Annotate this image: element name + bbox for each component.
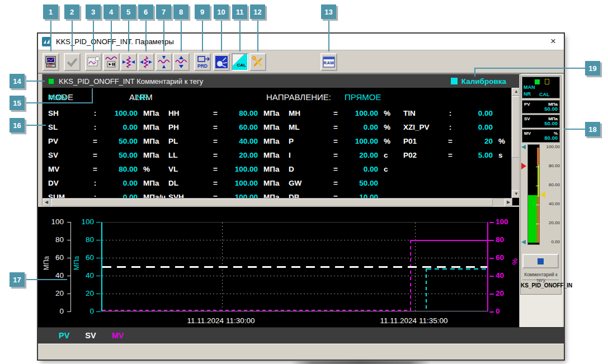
param-label: VL	[168, 163, 209, 176]
param-value: 0.00	[342, 121, 378, 134]
compress-time-button[interactable]	[120, 53, 137, 71]
calibration-indicator: Калибровка	[451, 77, 506, 86]
param-value: 80.00	[222, 107, 258, 120]
y-tick: 20	[47, 289, 64, 297]
param-value: 50.00	[102, 149, 138, 162]
param-value: 60.00	[222, 121, 258, 134]
param-label: SH	[48, 107, 88, 120]
gauge-scale-label: 0.00	[541, 239, 560, 244]
tools-settings-button[interactable]	[249, 53, 266, 71]
tag-header: KKS_PID_ONOFF_INT Комментарий к тегу Кал…	[43, 74, 521, 88]
callout-6: 6	[138, 4, 153, 19]
pv-series-step	[426, 268, 427, 311]
faceplate-pv-box: PV МПа 50.00	[522, 100, 560, 114]
y-tick: 0	[47, 307, 64, 315]
faceplate-status-box: MAN NR CAL	[522, 77, 560, 98]
param-row: DV:0.00МПа DL=100.00МПа GW=50.00	[43, 177, 521, 190]
callout-16: 16	[10, 118, 25, 133]
mode-status-row: MODE=MAN ALRM : NR НАПРАВЛЕНИЕ: ПРЯМОЕ	[43, 92, 521, 105]
checkmark-icon	[65, 55, 79, 69]
faceplate-tag-name: KS_PID_ONOFF_IN	[521, 282, 561, 289]
y-tick-right: 80	[496, 235, 513, 244]
status-bar	[38, 343, 564, 358]
tools-icon	[251, 55, 265, 69]
gridline-20	[102, 294, 487, 294]
gauge-scale-label: 20.00	[541, 220, 560, 225]
status-ok-indicator	[535, 79, 540, 84]
faceplate-mv-box: MV % 80.00	[522, 129, 560, 143]
close-button[interactable]: ×	[550, 36, 556, 47]
upper-slider-icon[interactable]	[521, 145, 526, 149]
setpoint-pointer-icon[interactable]	[521, 163, 526, 169]
param-row: MV=80.00% VL=100.00МПа D=0.00c	[43, 163, 521, 176]
tag-title: KKS_PID_ONOFF_INT Комментарий к тегу	[59, 77, 203, 86]
faceplate-sidebar: MAN NR CAL PV МПа 50.00 SV МПа 50.00 MV …	[519, 74, 563, 327]
y-tick-right: 20	[496, 289, 513, 297]
x-tick-label: 11.11.2024 11:35:00	[380, 316, 448, 325]
faceplate-pv-value: 50.00	[544, 106, 558, 112]
title-bar[interactable]: KKS_PID_ONOFF_INT. Параметры ×	[38, 34, 564, 50]
status-ok-indicator	[48, 78, 54, 84]
lower-slider-icon[interactable]	[521, 240, 526, 244]
confirm-button[interactable]	[64, 53, 81, 71]
prd-icon	[197, 55, 210, 63]
param-value: 0.00	[457, 121, 493, 134]
scroll-left-icon[interactable]: ◀	[43, 198, 50, 206]
raw-label: RAW	[322, 60, 336, 65]
legend-pv[interactable]: PV	[59, 331, 69, 340]
plot-area[interactable]	[101, 222, 488, 311]
y-tick: 40	[78, 271, 94, 280]
chart-legend: PV SV MV	[38, 327, 564, 343]
prd-button[interactable]: PRD	[194, 53, 211, 71]
param-value: 100.00	[222, 163, 258, 176]
expand-time-button[interactable]	[138, 53, 154, 71]
callout-4: 4	[103, 4, 119, 19]
param-label: TIN	[403, 107, 444, 120]
param-label: DL	[168, 177, 209, 190]
stop-square-icon	[538, 258, 544, 264]
trend-run-pause-button[interactable]	[103, 53, 120, 71]
expand-value-button[interactable]	[173, 53, 190, 71]
y-tick: 80	[47, 235, 64, 244]
direction-value: ПРЯМОЕ	[345, 92, 381, 102]
gauge-low-zone	[537, 197, 539, 243]
param-label: XZI_PV	[403, 121, 444, 134]
monitor-report-icon	[44, 55, 58, 69]
callout-17: 17	[10, 272, 25, 287]
bar-gauge	[527, 144, 540, 245]
legend-sv[interactable]: SV	[85, 331, 96, 340]
print-report-button[interactable]	[43, 53, 59, 71]
faceplate-stop-button[interactable]	[522, 254, 559, 268]
param-label: P02	[403, 149, 444, 162]
callout-15: 15	[10, 96, 25, 110]
param-label: P	[289, 135, 329, 148]
y-tick-right: 100	[496, 218, 513, 226]
calibration-mode-button[interactable]: CAL	[232, 53, 248, 71]
faceplate-sv-box: SV МПа 50.00	[522, 115, 560, 128]
legend-mv[interactable]: MV	[112, 331, 124, 340]
scroll-right-icon[interactable]: ▶	[505, 198, 512, 206]
gauge-mid-zone	[538, 165, 539, 197]
param-label: I	[289, 149, 329, 162]
param-value: 40.00	[222, 135, 258, 148]
mode-value: MAN	[48, 92, 67, 102]
param-label: MV	[48, 163, 88, 176]
param-value: 20.00	[342, 149, 378, 162]
y-tick: 40	[47, 271, 64, 280]
param-row: SV=50.00МПа LL=20.00МПа I=20.00c P02=5.0…	[43, 149, 521, 162]
raw-data-button[interactable]: RAW	[321, 53, 337, 71]
direction-label: НАПРАВЛЕНИЕ:	[266, 92, 331, 102]
horizontal-scroll-thumb[interactable]	[51, 198, 493, 206]
faceplate-comment: Комментарий к тегу	[521, 272, 561, 283]
compress-value-icon	[157, 55, 171, 69]
param-value: 50.00	[102, 135, 138, 148]
compress-value-button[interactable]	[155, 53, 172, 71]
parameters-panel: KKS_PID_ONOFF_INT Комментарий к тегу Кал…	[42, 74, 521, 206]
chart-image-button[interactable]	[85, 53, 102, 71]
param-row: SL:0.00МПа PH=60.00МПа ML=0.00% XZI_PV:0…	[43, 121, 521, 134]
horizontal-scrollbar[interactable]: ◀ ▶	[43, 198, 512, 206]
param-label: PL	[168, 135, 209, 148]
value-pointer-icon[interactable]	[540, 191, 545, 198]
alarm-settings-button[interactable]	[213, 53, 230, 71]
y-tick: 80	[78, 235, 94, 244]
